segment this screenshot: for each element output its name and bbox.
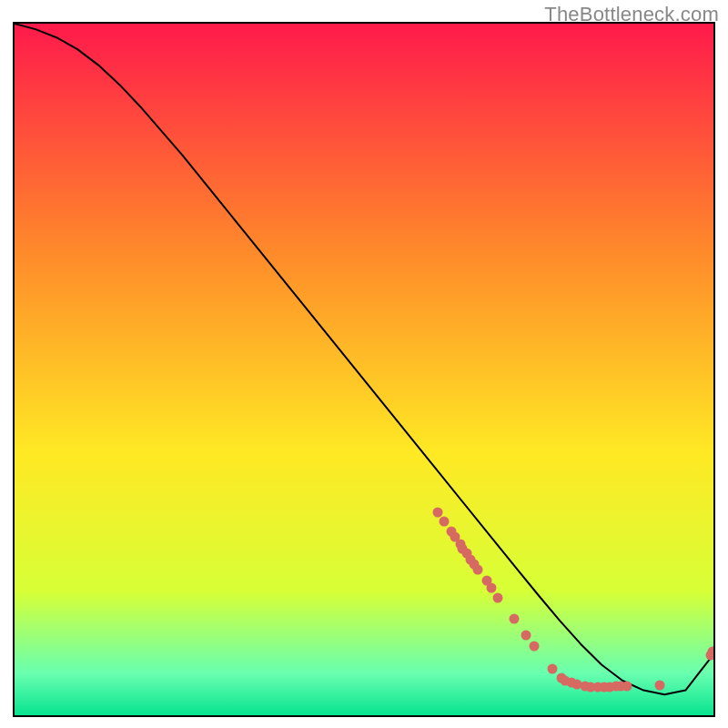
data-point	[622, 682, 632, 692]
chart-plot-area	[13, 22, 715, 717]
data-point	[548, 664, 558, 674]
data-point	[433, 508, 443, 518]
chart-stage: TheBottleneck.com	[0, 0, 728, 728]
data-point	[493, 593, 503, 603]
data-point	[440, 517, 450, 527]
chart-overlay-svg	[15, 24, 713, 715]
bottleneck-curve	[15, 24, 713, 694]
data-points-group	[433, 508, 714, 693]
data-point	[521, 631, 531, 641]
data-point	[530, 642, 540, 652]
data-point	[510, 614, 520, 624]
data-point	[655, 681, 665, 691]
data-point	[473, 565, 483, 575]
data-point	[487, 583, 497, 593]
